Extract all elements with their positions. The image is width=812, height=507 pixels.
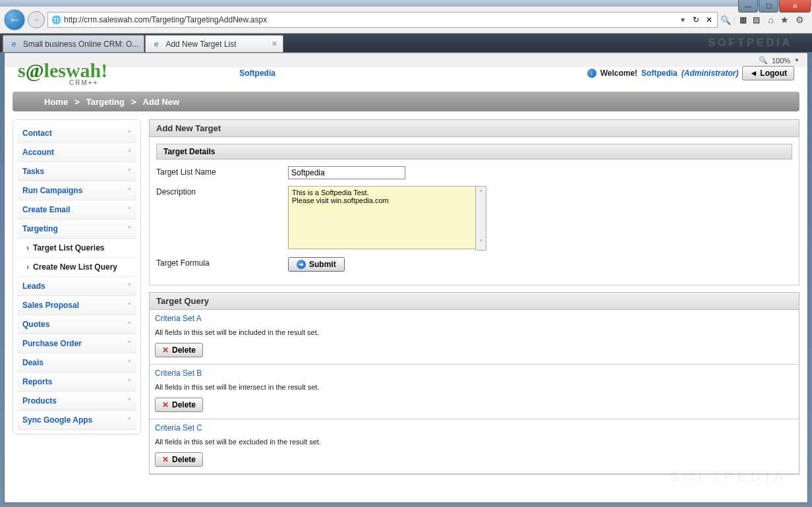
chevron-down-icon: ˅ <box>128 283 131 290</box>
arrow-right-icon: → <box>33 16 40 24</box>
sidebar: Contact˅Account˅Tasks˅Run Campaigns˅Crea… <box>13 119 141 434</box>
target-name-input[interactable] <box>288 166 405 179</box>
welcome-label: Welcome! <box>600 69 637 78</box>
textarea-scroll[interactable]: ˄˅ <box>475 186 486 251</box>
watermark: SOFTPEDIA <box>708 37 812 49</box>
delete-icon: ✕ <box>162 455 169 464</box>
address-bar[interactable]: 🌐 ▾ ↻ ✕ <box>47 12 718 28</box>
sidebar-item-tasks[interactable]: Tasks˅ <box>17 162 136 181</box>
sidebar-item-targeting[interactable]: Targeting˅ <box>17 220 136 239</box>
tab-title: Small business Online CRM: O... <box>23 40 138 49</box>
crumb-home[interactable]: Home <box>44 97 68 107</box>
browser-tab-active[interactable]: e Add New Target List ✕ <box>145 35 283 52</box>
sidebar-sub-target-list-queries[interactable]: Target List Queries <box>17 239 136 258</box>
sidebar-item-products[interactable]: Products˅ <box>17 392 136 411</box>
ie-icon: e <box>151 39 161 49</box>
chevron-down-icon: ˅ <box>128 321 131 328</box>
desc-label: Description <box>156 186 288 251</box>
ie-icon: e <box>9 39 19 49</box>
sidebar-item-leads[interactable]: Leads˅ <box>17 277 136 296</box>
sidebar-item-quotes[interactable]: Quotes˅ <box>17 315 136 334</box>
criteria-desc: All fields in this set will be excluded … <box>155 438 794 446</box>
criteria-desc: All fields in this set will be intersect… <box>155 383 794 391</box>
sidebar-item-account[interactable]: Account˅ <box>17 143 136 162</box>
minimize-button[interactable]: — <box>738 0 758 13</box>
user-role: (Administrator) <box>682 69 739 78</box>
company-link[interactable]: Softpedia <box>239 69 276 78</box>
sidebar-item-reports[interactable]: Reports˅ <box>17 373 136 392</box>
chevron-down-icon: ˅ <box>128 187 131 194</box>
stop-icon[interactable]: ✕ <box>704 15 714 25</box>
sidebar-item-contact[interactable]: Contact˅ <box>17 124 136 143</box>
chevron-down-icon: ˅ <box>128 378 131 386</box>
delete-button[interactable]: ✕Delete <box>155 452 203 467</box>
nav-forward-button[interactable]: → <box>28 11 45 28</box>
user-icon: ↓ <box>587 69 596 78</box>
maximize-button[interactable]: ☐ <box>759 0 778 13</box>
section-target-query: Target Query <box>149 292 799 310</box>
ie-page-icon: 🌐 <box>51 15 61 25</box>
chevron-down-icon: ˅ <box>128 130 131 137</box>
formula-label: Target Formula <box>156 257 288 272</box>
home-icon[interactable]: ⌂ <box>768 15 774 25</box>
criteria-name[interactable]: Criteria Set C <box>155 423 794 432</box>
chevron-down-icon: ˅ <box>128 302 131 309</box>
criteria-set: Criteria Set AAll fields in this set wil… <box>150 310 799 365</box>
description-textarea[interactable] <box>288 186 486 249</box>
tab-title: Add New Target List <box>165 40 236 49</box>
page-title: Add New Target <box>149 119 799 137</box>
breadcrumb: Home > Targeting > Add New <box>13 92 799 111</box>
delete-button[interactable]: ✕Delete <box>155 343 203 357</box>
chevron-down-icon: ˅ <box>128 359 131 367</box>
tools-icon[interactable]: ⚙ <box>796 15 804 25</box>
sidebar-sub-create-new-list-query[interactable]: Create New List Query <box>17 258 136 277</box>
chevron-down-icon: ˅ <box>128 417 131 424</box>
delete-icon: ✕ <box>162 400 169 409</box>
tab-close-icon[interactable]: ✕ <box>272 40 277 48</box>
chevron-down-icon: ˅ <box>128 225 131 233</box>
url-input[interactable] <box>64 15 675 24</box>
chevron-down-icon: ˅ <box>128 168 131 175</box>
chevron-down-icon: ˅ <box>128 206 131 214</box>
submit-button[interactable]: ➜ Submit <box>288 257 345 272</box>
feed-icon[interactable]: ▤ <box>751 15 762 25</box>
section-target-details: Target Details <box>156 144 792 160</box>
dropdown-icon[interactable]: ▾ <box>678 15 688 25</box>
user-name[interactable]: Softpedia <box>641 69 678 78</box>
crumb-targeting[interactable]: Targeting <box>86 97 125 107</box>
chevron-down-icon: ˅ <box>128 149 131 156</box>
name-label: Target List Name <box>156 166 288 179</box>
sidebar-item-deals[interactable]: Deals˅ <box>17 353 136 373</box>
submit-icon: ➜ <box>297 260 306 269</box>
favorites-icon[interactable]: ★ <box>780 15 789 25</box>
sidebar-item-create-email[interactable]: Create Email˅ <box>17 200 136 220</box>
criteria-desc: All fields in this set will be included … <box>155 328 794 336</box>
criteria-set: Criteria Set BAll fields in this set wil… <box>150 365 799 419</box>
arrow-left-icon: ← <box>9 13 20 27</box>
app-logo: s@leswah! <box>18 59 107 82</box>
chevron-down-icon: ˅ <box>128 340 131 347</box>
crumb-current: Add New <box>143 97 180 107</box>
chevron-down-icon: ˅ <box>128 398 131 405</box>
nav-back-button[interactable]: ← <box>4 9 25 30</box>
logout-icon: ◄ <box>749 69 757 78</box>
compat-icon[interactable]: ▦ <box>738 15 749 25</box>
refresh-icon[interactable]: ↻ <box>691 15 701 25</box>
sidebar-item-run-campaigns[interactable]: Run Campaigns˅ <box>17 181 136 200</box>
search-icon[interactable]: 🔍 <box>720 15 731 25</box>
criteria-name[interactable]: Criteria Set B <box>155 369 794 378</box>
criteria-name[interactable]: Criteria Set A <box>155 314 794 323</box>
sidebar-item-purchase-order[interactable]: Purchase Order˅ <box>17 334 136 353</box>
delete-icon: ✕ <box>162 345 169 355</box>
criteria-set: Criteria Set CAll fields in this set wil… <box>150 419 799 474</box>
browser-tab[interactable]: e Small business Online CRM: O... <box>3 35 144 52</box>
delete-button[interactable]: ✕Delete <box>155 398 203 412</box>
sidebar-item-sales-proposal[interactable]: Sales Proposal˅ <box>17 296 136 315</box>
close-button[interactable]: ✕ <box>779 0 811 13</box>
sidebar-item-sync-google-apps[interactable]: Sync Google Apps˅ <box>17 411 136 430</box>
logout-button[interactable]: ◄ Logout <box>742 66 794 80</box>
